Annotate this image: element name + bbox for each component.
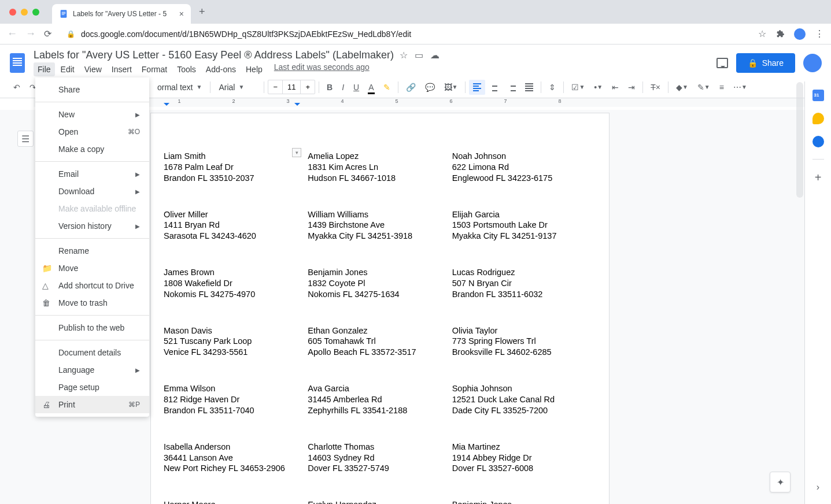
paragraph-style-select[interactable]: ormal text ▼ xyxy=(153,80,206,94)
document-page[interactable]: ▾ Liam Smith1678 Palm Leaf DrBrandon FL … xyxy=(150,113,610,504)
add-addon-button[interactable]: + xyxy=(815,171,822,184)
file-print[interactable]: 🖨Print⌘P xyxy=(35,396,149,413)
address-label[interactable]: Sophia Johnson12521 Duck Lake Canal RdDa… xyxy=(452,383,596,416)
minimize-window-button[interactable] xyxy=(21,9,28,16)
file-details[interactable]: Document details xyxy=(35,344,149,361)
address-label[interactable]: Ava Garcia31445 Amberlea RdZephyrhills F… xyxy=(308,383,452,416)
file-move[interactable]: 📁Move xyxy=(35,260,149,277)
bulleted-list-button[interactable]: •▼ xyxy=(590,79,607,95)
file-trash[interactable]: 🗑Move to trash xyxy=(35,294,149,312)
checklist-button[interactable]: ☑▼ xyxy=(567,79,589,95)
file-add-shortcut[interactable]: △Add shortcut to Drive xyxy=(35,277,149,294)
bold-button[interactable]: B xyxy=(323,79,337,95)
address-label[interactable]: Noah Johnson622 Limona RdEnglewood FL 34… xyxy=(452,151,596,184)
star-document-icon[interactable]: ☆ xyxy=(400,50,408,61)
font-size-input[interactable]: 11 xyxy=(282,80,301,94)
file-language[interactable]: Language▶ xyxy=(35,361,149,379)
decrease-font-button[interactable]: − xyxy=(268,80,282,94)
address-label[interactable]: Olivia Taylor773 Spring Flowers TrlBrook… xyxy=(452,325,596,358)
browser-menu-icon[interactable]: ⋮ xyxy=(815,28,824,39)
increase-indent-button[interactable]: ⇥ xyxy=(624,79,639,95)
insert-comment-button[interactable]: 💬 xyxy=(421,79,439,95)
extensions-icon[interactable] xyxy=(775,29,785,39)
undo-button[interactable]: ↶ xyxy=(9,79,24,95)
border-dash-button[interactable]: ⋯▼ xyxy=(729,79,751,95)
address-label[interactable]: Emma Wilson812 Ridge Haven DrBrandon FL … xyxy=(164,383,308,416)
highlight-button[interactable]: ✎ xyxy=(379,79,394,95)
italic-button[interactable]: I xyxy=(338,79,348,95)
file-make-copy[interactable]: Make a copy xyxy=(35,140,149,158)
address-label[interactable]: Benjamin Jones1832 Coyote PlNokomis FL 3… xyxy=(308,267,452,300)
font-select[interactable]: Arial ▼ xyxy=(214,80,260,94)
last-edit-link[interactable]: Last edit was seconds ago xyxy=(274,62,370,76)
new-tab-button[interactable]: + xyxy=(191,6,213,24)
menu-format[interactable]: Format xyxy=(138,62,171,76)
address-label[interactable]: James Brown1808 Wakefield DrNokomis FL 3… xyxy=(164,267,308,300)
address-label[interactable]: Oliver Miller1411 Bryan RdSarasota FL 34… xyxy=(164,209,308,242)
file-page-setup[interactable]: Page setup xyxy=(35,379,149,396)
menu-edit[interactable]: Edit xyxy=(57,62,79,76)
align-left-button[interactable] xyxy=(469,80,485,95)
vertical-scrollbar[interactable] xyxy=(796,82,803,198)
address-label[interactable]: Mia Martinez1914 Abbey Ridge DrDover FL … xyxy=(452,442,596,475)
calendar-icon[interactable] xyxy=(812,90,824,101)
address-label[interactable]: Amelia Lopez1831 Kim Acres LnHudson FL 3… xyxy=(308,151,452,184)
align-justify-button[interactable] xyxy=(521,80,537,95)
address-label[interactable]: Lucas Rodriguez507 N Bryan CirBrandon FL… xyxy=(452,267,596,300)
close-window-button[interactable] xyxy=(9,9,16,16)
file-open[interactable]: Open⌘O xyxy=(35,123,149,140)
clear-formatting-button[interactable]: T× xyxy=(647,79,664,95)
docs-home-button[interactable] xyxy=(7,53,28,73)
insert-link-button[interactable]: 🔗 xyxy=(402,79,420,95)
bookmark-star-icon[interactable]: ☆ xyxy=(758,28,766,39)
address-label[interactable]: Isabella Anderson36441 Lanson AveNew Por… xyxy=(164,442,308,475)
menu-help[interactable]: Help xyxy=(242,62,267,76)
extension-badge-icon[interactable] xyxy=(794,28,806,40)
address-label[interactable]: Charlotte Thomas14603 Sydney RdDover FL … xyxy=(308,442,452,475)
align-center-button[interactable] xyxy=(486,80,503,95)
move-document-icon[interactable]: ▭ xyxy=(415,50,423,61)
horizontal-ruler[interactable]: 1 2 3 4 5 6 7 8 xyxy=(34,98,831,107)
address-label[interactable]: William Williams1439 Birchstone AveMyakk… xyxy=(308,209,452,242)
file-share[interactable]: Share xyxy=(35,81,149,98)
collapse-sidebar-button[interactable]: › xyxy=(817,482,819,492)
address-label[interactable]: Mason Davis521 Tuscany Park LoopVenice F… xyxy=(164,325,308,358)
address-bar[interactable]: 🔒 docs.google.com/document/d/1BN65WDHp_q… xyxy=(60,29,750,39)
maximize-window-button[interactable] xyxy=(32,9,39,16)
close-tab-icon[interactable]: × xyxy=(179,9,184,18)
comments-button[interactable] xyxy=(716,58,728,68)
file-download[interactable]: Download▶ xyxy=(35,183,149,200)
browser-tab[interactable]: Labels for "Avery US Letter - 5 × xyxy=(52,4,191,24)
cloud-status-icon[interactable]: ☁ xyxy=(430,50,439,61)
menu-tools[interactable]: Tools xyxy=(173,62,200,76)
document-title[interactable]: Labels for "Avery US Letter - 5160 Easy … xyxy=(34,49,394,61)
underline-button[interactable]: U xyxy=(349,79,363,95)
file-publish[interactable]: Publish to the web xyxy=(35,319,149,336)
column-marker-icon[interactable]: ▾ xyxy=(292,148,301,157)
keep-icon[interactable] xyxy=(812,113,824,124)
align-right-button[interactable] xyxy=(504,80,520,95)
file-version-history[interactable]: Version history▶ xyxy=(35,217,149,235)
address-label[interactable]: Liam Smith1678 Palm Leaf DrBrandon FL 33… xyxy=(164,151,308,184)
tasks-icon[interactable] xyxy=(812,136,824,147)
address-label[interactable]: Elijah Garcia1503 Portsmouth Lake DrMyak… xyxy=(452,209,596,242)
address-label[interactable]: Benjamin Jones1832 Coyote Pl xyxy=(452,499,596,504)
file-rename[interactable]: Rename xyxy=(35,242,149,260)
address-label[interactable]: Harper Moore4623 Fietzway Rd xyxy=(164,499,308,504)
menu-view[interactable]: View xyxy=(80,62,106,76)
user-avatar[interactable] xyxy=(803,54,822,72)
increase-font-button[interactable]: + xyxy=(301,80,315,94)
back-button[interactable]: ← xyxy=(7,28,17,40)
border-width-button[interactable]: ≡ xyxy=(715,79,728,95)
menu-file[interactable]: File xyxy=(34,62,55,76)
explore-button[interactable]: ✦ xyxy=(770,472,791,492)
menu-addons[interactable]: Add-ons xyxy=(202,62,240,76)
fill-color-button[interactable]: ◆▼ xyxy=(672,79,692,95)
border-color-button[interactable]: ✎▼ xyxy=(693,79,714,95)
text-color-button[interactable]: A xyxy=(364,79,378,95)
outline-toggle-button[interactable]: ☰ xyxy=(17,131,34,147)
forward-button[interactable]: → xyxy=(25,28,36,40)
share-button[interactable]: 🔒 Share xyxy=(736,53,795,73)
reload-button[interactable]: ⟳ xyxy=(44,28,51,39)
line-spacing-button[interactable]: ⇕ xyxy=(545,79,560,95)
